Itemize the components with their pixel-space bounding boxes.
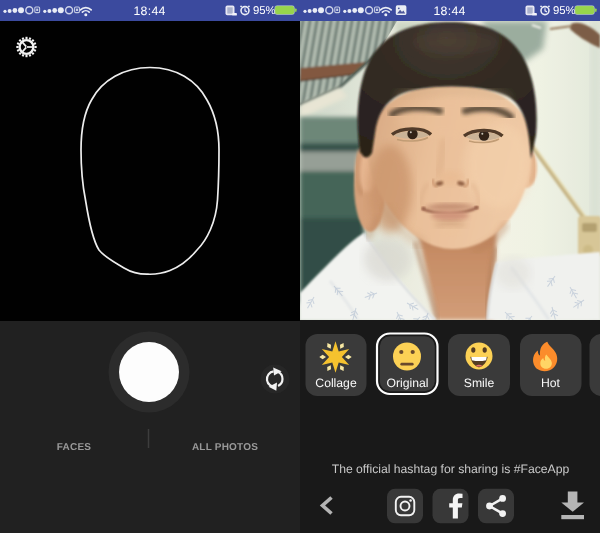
svg-text:18:44: 18:44 [133,4,165,18]
svg-text:Original: Original [387,376,429,390]
svg-text:The official hashtag for shari: The official hashtag for sharing is #Fac… [332,462,570,476]
svg-text:Smile: Smile [464,376,495,390]
svg-text:FACES: FACES [57,442,91,453]
svg-text:Hot: Hot [541,376,561,390]
svg-text:95%: 95% [253,5,276,17]
svg-text:ALL PHOTOS: ALL PHOTOS [192,442,258,453]
svg-text:Collage: Collage [315,376,357,390]
